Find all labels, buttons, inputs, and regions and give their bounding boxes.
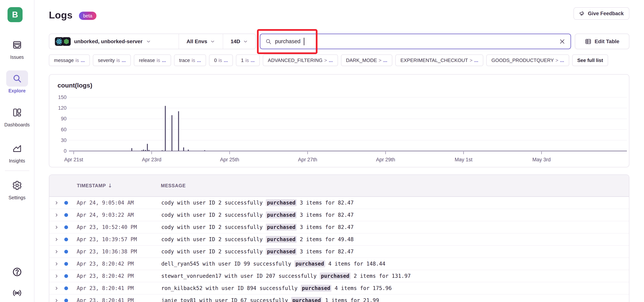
sidebar-icon-box xyxy=(6,140,28,157)
log-timestamp: Apr 23, 8:20:42 PM xyxy=(77,261,161,267)
filter-chip-trace[interactable]: traceis... xyxy=(174,54,206,66)
sidebar-help-button[interactable] xyxy=(0,267,34,277)
chip-value-ellipsis: ... xyxy=(81,57,85,63)
log-timestamp: Apr 23, 10:39:57 PM xyxy=(77,236,161,243)
chip-field-name: message xyxy=(54,57,74,63)
filter-chip-release[interactable]: releaseis... xyxy=(134,54,171,66)
help-icon xyxy=(12,267,22,277)
y-axis-tick-label: 0 xyxy=(64,148,66,154)
filter-chip-0[interactable]: 0is... xyxy=(209,54,233,66)
log-message: cody with user ID 2 successfully purchas… xyxy=(161,236,354,243)
expand-row-icon[interactable] xyxy=(54,237,59,242)
log-count-bar[interactable] xyxy=(143,149,144,151)
table-row[interactable]: Apr 23, 8:20:42 PMstewart_vonrueden17 wi… xyxy=(49,270,629,282)
sidebar-item-settings[interactable]: Settings xyxy=(0,177,34,200)
log-count-bar[interactable] xyxy=(141,150,142,151)
x-axis-tick-label: Apr 25th xyxy=(220,157,239,162)
sidebar-item-label: Issues xyxy=(0,54,34,60)
column-header-timestamp[interactable]: TIMESTAMP ↓ xyxy=(77,183,112,189)
log-count-bar[interactable] xyxy=(183,147,184,151)
log-count-bar[interactable] xyxy=(148,150,150,151)
expand-row-icon[interactable] xyxy=(54,262,59,266)
log-message: cody with user ID 2 successfully purchas… xyxy=(161,224,354,230)
log-count-bar[interactable] xyxy=(145,150,146,151)
log-count-bar[interactable] xyxy=(163,151,164,151)
filter-chip-advanced_filtering[interactable]: ADVANCED_FILTERING>... xyxy=(263,54,338,66)
environment-selector[interactable]: All Envs xyxy=(179,34,222,49)
logs-table: TIMESTAMP ↓ MESSAGE Apr 24, 9:05:04 AMco… xyxy=(49,174,629,302)
log-count-bar[interactable] xyxy=(204,150,205,151)
chip-operator: is xyxy=(218,57,222,63)
y-axis-tick-label: 90 xyxy=(61,116,66,121)
filter-chip-goods_productquery[interactable]: GOODS_PRODUCTQUERY>... xyxy=(486,54,569,66)
search-icon xyxy=(12,74,22,83)
filter-chip-message[interactable]: messageis... xyxy=(49,54,90,66)
chip-value-ellipsis: ... xyxy=(560,57,564,63)
table-row[interactable]: Apr 23, 8:20:41 PMron_kilback52 with use… xyxy=(49,282,629,295)
log-count-bar[interactable] xyxy=(165,106,166,151)
table-row[interactable]: Apr 23, 10:39:57 PMcody with user ID 2 s… xyxy=(49,234,629,246)
search-input[interactable]: purchased xyxy=(260,34,571,49)
sidebar-item-explore[interactable]: Explore xyxy=(0,70,34,93)
sidebar-item-dashboards[interactable]: Dashboards xyxy=(0,104,34,128)
table-header: TIMESTAMP ↓ MESSAGE xyxy=(49,175,629,197)
table-row[interactable]: Apr 24, 9:05:04 AMcody with user ID 2 su… xyxy=(49,197,629,209)
table-row[interactable]: Apr 23, 8:20:41 PMjanie_toy81 with user … xyxy=(49,295,629,302)
x-axis-tick-label: Apr 23rd xyxy=(142,157,162,162)
expand-row-icon[interactable] xyxy=(54,225,59,230)
expand-row-icon[interactable] xyxy=(54,249,59,254)
log-timestamp: Apr 24, 9:05:04 AM xyxy=(77,200,161,206)
project-selector[interactable]: unborked, unborked-server xyxy=(49,34,178,49)
log-count-bar[interactable] xyxy=(147,144,148,151)
log-count-bar[interactable] xyxy=(132,148,132,151)
sidebar: B IssuesExploreDashboardsInsightsSetting… xyxy=(0,0,34,302)
expand-row-icon[interactable] xyxy=(54,274,59,279)
log-count-bar[interactable] xyxy=(188,149,189,151)
chip-value-ellipsis: ... xyxy=(122,57,126,63)
table-icon xyxy=(585,38,592,45)
clear-search-icon[interactable] xyxy=(559,38,566,45)
expand-row-icon[interactable] xyxy=(54,200,59,205)
log-message: dell_ryan545 with user ID 99 successfull… xyxy=(161,261,385,267)
chip-field-name: trace xyxy=(179,57,190,63)
filter-chip-dark_mode[interactable]: DARK_MODE>... xyxy=(341,54,392,66)
main-content: Logs beta Give Feedback unborked, unbork… xyxy=(34,0,644,302)
sidebar-item-issues[interactable]: Issues xyxy=(0,37,34,60)
expand-row-icon[interactable] xyxy=(54,213,59,218)
broadcast-icon xyxy=(12,288,22,298)
give-feedback-button[interactable]: Give Feedback xyxy=(574,7,629,20)
search-term-highlight: purchased xyxy=(266,248,296,255)
x-axis-tick-label: May 1st xyxy=(455,157,472,162)
search-term-highlight: purchased xyxy=(266,212,296,218)
sidebar-whats-new-button[interactable] xyxy=(0,288,34,298)
log-count-bar[interactable] xyxy=(162,150,162,151)
chip-operator: is xyxy=(116,57,120,63)
see-full-list-button[interactable]: See full list xyxy=(572,54,608,66)
chip-field-name: GOODS_PRODUCTQUERY xyxy=(491,57,554,63)
project-selector-value: unborked, unborked-server xyxy=(74,38,142,44)
log-count-bar[interactable] xyxy=(178,111,179,151)
table-row[interactable]: Apr 23, 10:36:38 PMcody with user ID 2 s… xyxy=(49,246,629,258)
expand-row-icon[interactable] xyxy=(54,298,59,302)
expand-row-icon[interactable] xyxy=(54,286,59,291)
log-count-bar[interactable] xyxy=(172,115,172,151)
filter-chip-experimental_checkout[interactable]: EXPERIMENTAL_CHECKOUT>... xyxy=(395,54,483,66)
table-row[interactable]: Apr 23, 10:52:40 PMcody with user ID 2 s… xyxy=(49,221,629,234)
chip-operator: is xyxy=(156,57,160,63)
sidebar-item-insights[interactable]: Insights xyxy=(0,140,34,164)
chip-field-name: 0 xyxy=(214,57,217,63)
give-feedback-label: Give Feedback xyxy=(588,11,624,16)
edit-table-button[interactable]: Edit Table xyxy=(575,34,629,49)
log-level-dot xyxy=(64,250,68,254)
log-level-dot xyxy=(64,238,68,241)
filter-chip-1[interactable]: 1is... xyxy=(236,54,260,66)
filter-chip-severity[interactable]: severityis... xyxy=(93,54,131,66)
chip-operator: is xyxy=(192,57,195,63)
table-row[interactable]: Apr 24, 9:03:22 AMcody with user ID 2 su… xyxy=(49,209,629,221)
date-range-selector[interactable]: 14D xyxy=(223,34,256,49)
chip-operator: > xyxy=(470,57,472,63)
edit-table-label: Edit Table xyxy=(594,38,620,44)
table-row[interactable]: Apr 23, 8:20:42 PMdell_ryan545 with user… xyxy=(49,258,629,270)
column-header-message[interactable]: MESSAGE xyxy=(161,183,186,188)
org-avatar[interactable]: B xyxy=(8,7,22,22)
